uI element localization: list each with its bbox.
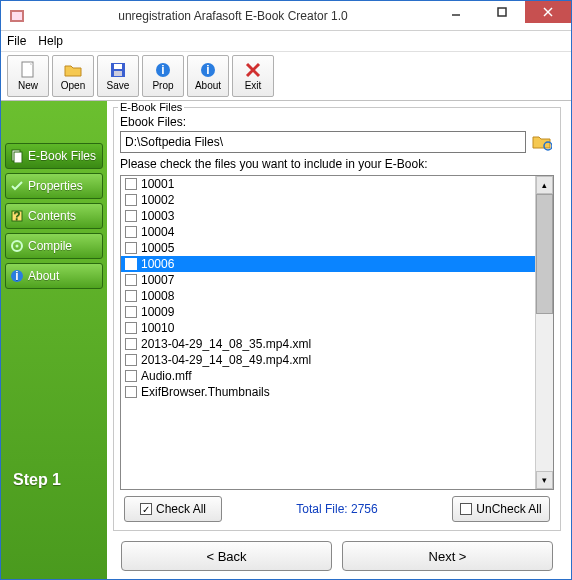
sidebar-item-label: Properties [28,179,83,193]
scrollbar[interactable]: ▴ ▾ [535,176,553,489]
file-name: 10004 [141,225,174,239]
file-name: ExifBrowser.Thumbnails [141,385,270,399]
file-name: 10008 [141,289,174,303]
file-checkbox[interactable] [125,370,137,382]
prop-button[interactable]: i Prop [142,55,184,97]
file-checkbox[interactable] [125,322,137,334]
file-row[interactable]: 10008 [121,288,535,304]
svg-rect-17 [14,152,22,163]
svg-rect-3 [498,8,506,16]
sidebar-item-label: Compile [28,239,72,253]
file-checkbox[interactable] [125,354,137,366]
file-name: 10007 [141,273,174,287]
file-row[interactable]: 10006 [121,256,535,272]
scroll-up-button[interactable]: ▴ [536,176,553,194]
scroll-track[interactable] [536,314,553,471]
menu-file[interactable]: File [7,34,26,48]
info-icon: i [154,61,172,79]
exit-button[interactable]: Exit [232,55,274,97]
file-row[interactable]: 2013-04-29_14_08_49.mp4.xml [121,352,535,368]
app-icon [9,8,25,24]
sidebar-item-compile[interactable]: Compile [5,233,103,259]
file-name: 10002 [141,193,174,207]
file-checkbox[interactable] [125,258,137,270]
file-row[interactable]: 10004 [121,224,535,240]
app-window: unregistration Arafasoft E-Book Creator … [0,0,572,580]
file-checkbox[interactable] [125,210,137,222]
file-row[interactable]: 10007 [121,272,535,288]
menu-help[interactable]: Help [38,34,63,48]
sidebar-item-label: About [28,269,59,283]
sidebar-item-contents[interactable]: ? Contents [5,203,103,229]
file-checkbox[interactable] [125,290,137,302]
sidebar-item-label: E-Book Files [28,149,96,163]
file-checkbox[interactable] [125,178,137,190]
group-title: E-Book Files [118,101,184,113]
about-button[interactable]: i About [187,55,229,97]
svg-text:?: ? [13,209,20,223]
file-name: 2013-04-29_14_08_49.mp4.xml [141,353,311,367]
file-row[interactable]: 2013-04-29_14_08_35.mp4.xml [121,336,535,352]
check-all-button[interactable]: ✓ Check All [124,496,222,522]
file-row[interactable]: 10009 [121,304,535,320]
sidebar-item-ebook-files[interactable]: E-Book Files [5,143,103,169]
svg-point-21 [16,245,19,248]
path-label: Ebook Files: [120,115,554,129]
file-row[interactable]: 10005 [121,240,535,256]
main-panel: E-Book Files Ebook Files: Please check t… [107,101,571,579]
file-checkbox[interactable] [125,226,137,238]
svg-rect-9 [114,71,122,76]
open-button[interactable]: Open [52,55,94,97]
new-file-icon [19,61,37,79]
file-checkbox[interactable] [125,194,137,206]
file-name: 10005 [141,241,174,255]
checked-checkbox-icon: ✓ [140,503,152,515]
files-icon [10,149,24,163]
maximize-button[interactable] [479,1,525,23]
svg-rect-1 [12,12,22,20]
browse-button[interactable] [530,131,554,153]
sidebar-item-label: Contents [28,209,76,223]
svg-rect-8 [114,64,122,69]
sidebar-item-about[interactable]: i About [5,263,103,289]
file-checkbox[interactable] [125,338,137,350]
total-files-label: Total File: 2756 [230,502,444,516]
path-input[interactable] [120,131,526,153]
file-checkbox[interactable] [125,242,137,254]
uncheck-all-button[interactable]: UnCheck All [452,496,550,522]
svg-text:i: i [15,269,18,283]
scroll-thumb[interactable] [536,194,553,314]
file-name: 10001 [141,177,174,191]
file-row[interactable]: 10003 [121,208,535,224]
window-title: unregistration Arafasoft E-Book Creator … [33,9,433,23]
minimize-button[interactable] [433,1,479,23]
close-button[interactable] [525,1,571,23]
sidebar-item-properties[interactable]: Properties [5,173,103,199]
file-checkbox[interactable] [125,386,137,398]
unchecked-checkbox-icon [460,503,472,515]
checkmark-icon [10,179,24,193]
back-button[interactable]: < Back [121,541,332,571]
info-icon: i [10,269,24,283]
new-button[interactable]: New [7,55,49,97]
file-row[interactable]: 10002 [121,192,535,208]
menubar: File Help [1,31,571,51]
file-checkbox[interactable] [125,306,137,318]
file-row[interactable]: ExifBrowser.Thumbnails [121,384,535,400]
file-name: 10009 [141,305,174,319]
floppy-icon [109,61,127,79]
file-checkbox[interactable] [125,274,137,286]
question-icon: ? [10,209,24,223]
scroll-down-button[interactable]: ▾ [536,471,553,489]
toolbar: New Open Save i Prop i About Exit [1,51,571,101]
sidebar: E-Book Files Properties ? Contents Compi… [1,101,107,579]
file-row[interactable]: 10001 [121,176,535,192]
next-button[interactable]: Next > [342,541,553,571]
file-list-container: 1000110002100031000410005100061000710008… [120,175,554,490]
file-list[interactable]: 1000110002100031000410005100061000710008… [121,176,535,489]
titlebar[interactable]: unregistration Arafasoft E-Book Creator … [1,1,571,31]
step-label: Step 1 [1,471,107,579]
save-button[interactable]: Save [97,55,139,97]
file-row[interactable]: 10010 [121,320,535,336]
file-row[interactable]: Audio.mff [121,368,535,384]
